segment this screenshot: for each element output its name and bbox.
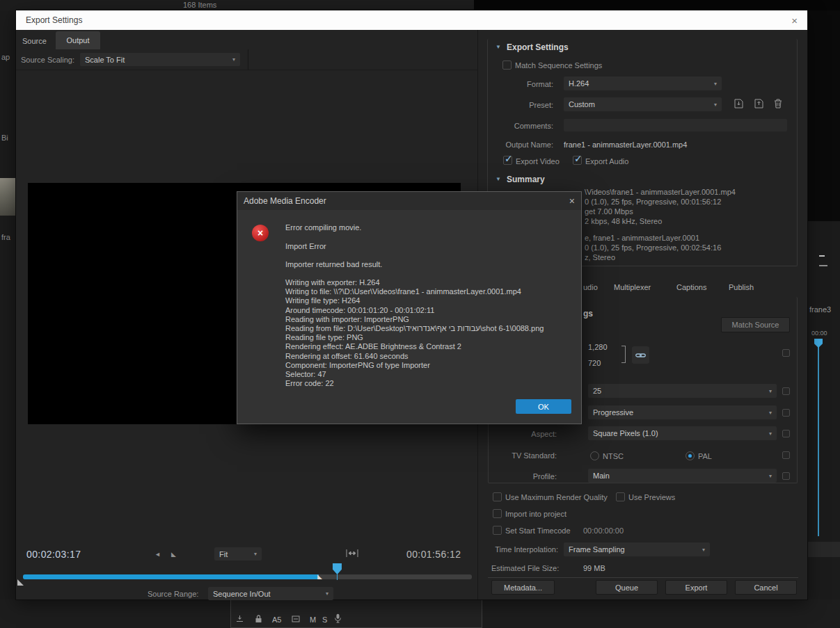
tab-output[interactable]: Output [56, 31, 100, 49]
error-detail-line: Reading from file: D:\User\Desktop\עבודו… [285, 324, 544, 333]
preset-select[interactable]: Custom ▾ [564, 97, 722, 111]
start-timecode-value[interactable]: 00:00:00:00 [583, 526, 624, 535]
track-lock-icon[interactable] [255, 614, 262, 623]
tab-audio-fragment[interactable]: udio [583, 283, 598, 291]
summary-line: z, Stereo [585, 253, 615, 261]
ok-button[interactable]: OK [516, 399, 571, 414]
aspect-select[interactable]: Square Pixels (1.0) ▾ [588, 426, 777, 440]
overwrite-icon[interactable] [236, 615, 244, 622]
top-right-panel [474, 0, 840, 10]
export-video-checkbox[interactable]: ✓ [503, 156, 512, 165]
ntsc-radio[interactable] [590, 451, 599, 460]
match-source-checkbox-aspect[interactable] [782, 430, 790, 437]
export-audio-checkbox[interactable]: ✓ [573, 156, 582, 165]
source-scaling-select[interactable]: Scale To Fit ▾ [80, 53, 240, 66]
source-range-label: Source Range: [148, 590, 198, 598]
error-detail-line: Reading with importer: ImporterPNG [285, 315, 544, 324]
dialog-title: Adobe Media Encoder [244, 196, 326, 206]
summary-line: \Videos\frane1 - animmasterLayer.0001.mp… [585, 188, 736, 196]
tab-source[interactable]: Source [22, 37, 47, 45]
format-value: H.264 [569, 79, 589, 88]
format-select[interactable]: H.264 ▾ [564, 77, 722, 90]
match-sequence-checkbox[interactable] [502, 61, 512, 70]
match-sequence-label: Match Sequence Settings [515, 61, 602, 70]
export-video-label: Export Video [516, 157, 560, 166]
in-point-grip[interactable] [17, 579, 24, 586]
window-title: Export Settings [26, 15, 82, 25]
window-close-button[interactable]: × [791, 15, 798, 26]
set-start-timecode-checkbox[interactable] [493, 526, 502, 535]
footer-divider [488, 577, 798, 578]
dialog-close-button[interactable]: × [569, 195, 575, 207]
duration-timecode: 00:01:56:12 [406, 549, 461, 560]
mute-button[interactable]: M [310, 615, 316, 624]
chevron-down-icon: ▾ [228, 56, 235, 63]
bin-item-fragment: fra [1, 233, 10, 241]
match-source-checkbox-framerate[interactable] [782, 387, 790, 395]
right-panel-band [807, 542, 840, 557]
import-preset-icon[interactable] [753, 98, 765, 109]
aspect-value: Square Pixels (1.0) [593, 429, 658, 437]
solo-button[interactable]: S [322, 615, 327, 624]
tab-captions[interactable]: Captions [676, 283, 706, 291]
profile-select[interactable]: Main ▾ [588, 469, 777, 483]
time-interpolation-value: Frame Sampling [569, 545, 625, 554]
metadata-button[interactable]: Metadata... [491, 580, 555, 595]
error-dialog: Adobe Media Encoder × × Error compiling … [237, 191, 582, 424]
frame-rate-select[interactable]: 25 ▾ [588, 384, 777, 398]
zoom-level-select[interactable]: Fit ▾ [214, 547, 262, 561]
nav-triangle-corner-icon[interactable]: ◣ [171, 551, 176, 558]
match-source-checkbox-tvstandard[interactable] [782, 451, 790, 459]
clip-fragment [819, 265, 827, 266]
track-target-icon[interactable] [292, 615, 300, 623]
use-previews-checkbox[interactable] [616, 492, 625, 501]
chevron-down-icon: ▾ [322, 590, 328, 597]
height-value: 720 [588, 359, 601, 367]
out-point-handle[interactable]: ◣ [317, 573, 322, 580]
collapse-icon[interactable]: ▼ [496, 44, 501, 50]
pal-radio[interactable] [686, 451, 695, 460]
match-source-button[interactable]: Match Source [721, 317, 790, 332]
row-divider [16, 70, 477, 70]
cancel-button[interactable]: Cancel [735, 580, 797, 595]
link-dimensions-button[interactable] [632, 346, 649, 364]
track-name-button[interactable]: A5 [272, 615, 281, 624]
error-detail-line: Rendering effect: AE.ADBE Brightness & C… [285, 342, 544, 351]
error-detail-line: Writing with exporter: H.264 [285, 278, 544, 287]
chevron-down-icon: ▾ [765, 473, 772, 479]
match-source-checkbox-size[interactable] [782, 349, 790, 357]
chevron-down-icon: ▾ [765, 410, 772, 416]
field-order-select[interactable]: Progressive ▾ [588, 405, 777, 419]
delete-preset-icon[interactable] [773, 98, 783, 109]
nav-triangle-left-icon[interactable]: ◄ [154, 551, 161, 558]
set-start-timecode-label: Set Start Timecode [505, 526, 571, 535]
error-message: Import Error [285, 242, 326, 250]
voiceover-record-icon[interactable] [334, 613, 342, 623]
comments-input[interactable] [564, 119, 787, 131]
source-range-value: Sequence In/Out [213, 590, 271, 598]
set-inout-icon[interactable] [346, 549, 358, 558]
screen: { "icons": { "collapse": "▼", "chevron":… [0, 0, 840, 628]
max-render-quality-checkbox[interactable] [493, 492, 502, 501]
time-interpolation-select[interactable]: Frame Sampling ▾ [564, 542, 710, 556]
tab-multiplexer[interactable]: Multiplexer [614, 283, 651, 291]
right-backdrop [807, 10, 840, 221]
field-order-value: Progressive [593, 408, 633, 417]
queue-button[interactable]: Queue [596, 580, 658, 595]
import-into-project-checkbox[interactable] [493, 509, 502, 518]
export-button[interactable]: Export [665, 580, 727, 595]
output-name-link[interactable]: frane1 - animmasterLayer.0001.mp4 [564, 140, 687, 149]
preset-value: Custom [569, 100, 595, 108]
export-audio-label: Export Audio [585, 157, 628, 166]
match-source-checkbox-profile[interactable] [782, 472, 790, 480]
match-source-checkbox-fieldorder[interactable] [782, 409, 790, 417]
summary-header: Summary [507, 175, 545, 184]
source-range-select[interactable]: Sequence In/Out ▾ [208, 587, 333, 600]
tab-publish[interactable]: Publish [729, 283, 754, 291]
clip-fragment [819, 255, 825, 257]
check-icon: ✓ [574, 153, 583, 164]
preview-playhead-stem [337, 573, 338, 580]
save-preset-icon[interactable] [733, 98, 745, 109]
collapse-icon[interactable]: ▼ [496, 176, 501, 182]
chevron-down-icon: ▾ [765, 388, 772, 394]
